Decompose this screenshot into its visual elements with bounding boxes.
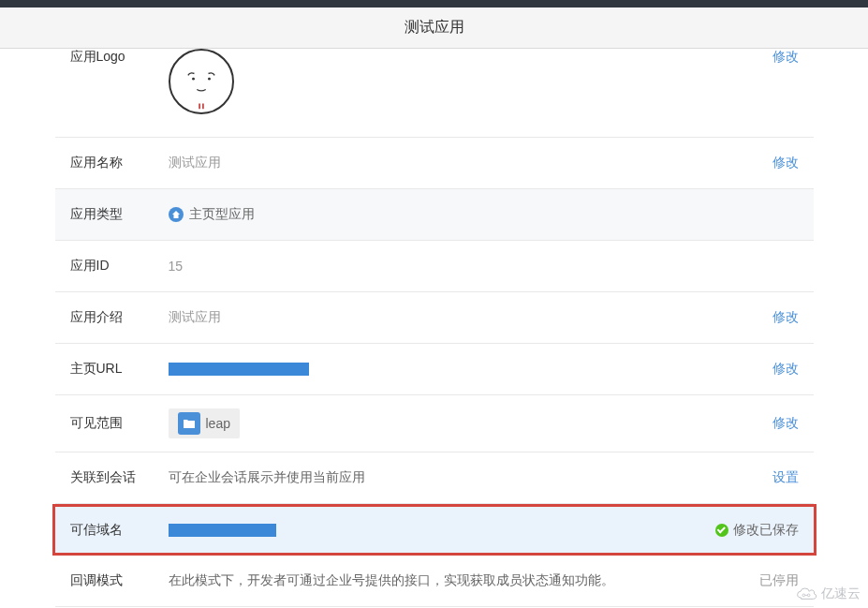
row-app-intro: 应用介绍 测试应用 修改 <box>55 292 814 344</box>
label-app-type: 应用类型 <box>70 206 169 223</box>
folder-icon <box>178 412 200 435</box>
modify-range-link[interactable]: 修改 <box>772 415 799 432</box>
saved-status: 修改已保存 <box>715 522 799 539</box>
modify-logo-link[interactable]: 修改 <box>772 49 799 66</box>
check-icon <box>715 524 728 537</box>
value-trusted-domain <box>169 524 715 537</box>
home-icon <box>169 207 184 222</box>
row-callback-mode: 回调模式 在此模式下，开发者可通过企业号提供的接口，实现获取成员状态通知功能。 … <box>55 556 814 607</box>
label-app-intro: 应用介绍 <box>70 309 169 326</box>
value-session: 可在企业会话展示并使用当前应用 <box>169 469 772 486</box>
callback-status: 已停用 <box>759 572 799 589</box>
label-trusted-domain: 可信域名 <box>70 522 169 539</box>
value-app-logo <box>169 49 772 114</box>
label-app-name: 应用名称 <box>70 155 169 171</box>
cloud-icon <box>795 586 817 601</box>
svg-point-2 <box>208 78 211 81</box>
page-title: 测试应用 <box>405 18 464 37</box>
type-text: 主页型应用 <box>189 206 255 223</box>
label-visible-range: 可见范围 <box>70 415 169 432</box>
value-visible-range: leap <box>169 408 772 438</box>
row-visible-range: 可见范围 leap 修改 <box>55 395 814 452</box>
value-app-id: 15 <box>169 259 799 274</box>
value-app-name: 测试应用 <box>169 155 772 171</box>
label-main-url: 主页URL <box>70 361 169 378</box>
label-callback-mode: 回调模式 <box>70 572 169 589</box>
label-session: 关联到会话 <box>70 469 169 486</box>
redacted-url <box>169 363 309 376</box>
modify-intro-link[interactable]: 修改 <box>772 309 799 326</box>
range-tag-text: leap <box>206 416 230 431</box>
settings-list: 应用Logo 修改 应用名称 测试应用 修改 应用类型 <box>27 49 842 607</box>
value-app-intro: 测试应用 <box>169 309 772 326</box>
range-tag: leap <box>169 408 240 438</box>
row-session: 关联到会话 可在企业会话展示并使用当前应用 设置 <box>55 452 814 504</box>
settings-session-link[interactable]: 设置 <box>772 469 799 486</box>
value-main-url <box>169 363 772 376</box>
watermark: 亿速云 <box>795 586 861 602</box>
saved-status-text: 修改已保存 <box>733 522 799 539</box>
svg-point-3 <box>802 594 805 597</box>
value-callback-mode: 在此模式下，开发者可通过企业号提供的接口，实现获取成员状态通知功能。 <box>169 572 759 589</box>
row-app-name: 应用名称 测试应用 修改 <box>55 138 814 189</box>
modify-url-link[interactable]: 修改 <box>772 361 799 378</box>
top-bar <box>0 0 868 7</box>
row-trusted-domain: 可信域名 修改已保存 <box>52 504 817 556</box>
svg-point-0 <box>171 52 229 111</box>
row-app-logo: 应用Logo 修改 <box>55 49 814 138</box>
modify-name-link[interactable]: 修改 <box>772 155 799 171</box>
redacted-domain <box>169 524 276 537</box>
svg-point-1 <box>192 78 195 81</box>
row-main-url: 主页URL 修改 <box>55 344 814 395</box>
avatar-image <box>169 49 234 114</box>
row-app-type: 应用类型 主页型应用 <box>55 189 814 241</box>
row-app-id: 应用ID 15 <box>55 241 814 292</box>
label-app-id: 应用ID <box>70 258 169 274</box>
label-app-logo: 应用Logo <box>70 49 169 66</box>
watermark-text: 亿速云 <box>821 586 861 602</box>
value-app-type: 主页型应用 <box>169 206 799 223</box>
page-header: 测试应用 <box>0 7 868 49</box>
svg-point-4 <box>807 594 810 597</box>
